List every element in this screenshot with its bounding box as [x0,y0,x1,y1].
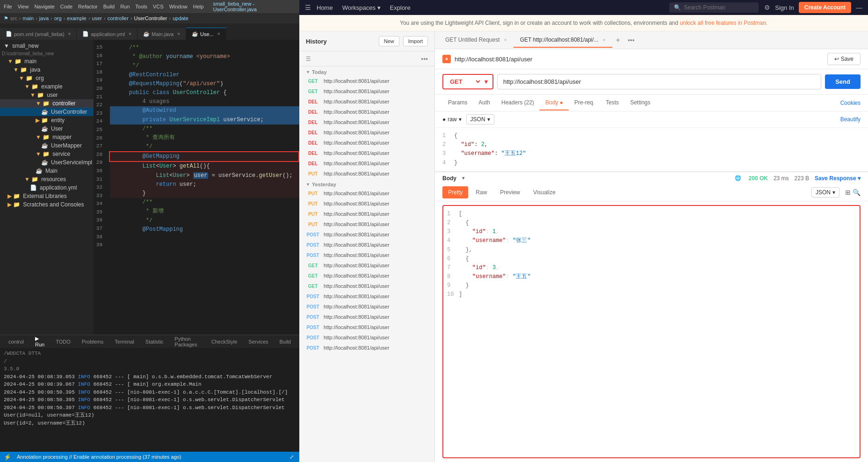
tab-services[interactable]: Services [244,337,273,346]
tab-todo[interactable]: TODO [51,337,75,346]
resp-tab-pretty[interactable]: Pretty [442,186,468,198]
tab-terminal[interactable]: Terminal [110,337,139,346]
tab-prereq[interactable]: Pre-req. [569,95,600,110]
menu-code[interactable]: Code [60,4,72,9]
history-item[interactable]: GET http://localhost:8081/api/user [299,271,434,281]
minimize-icon[interactable]: — [856,4,862,11]
resp-format-select[interactable]: JSON ▾ [811,187,839,198]
tree-controller-folder[interactable]: ▼ 📁 controller [0,99,94,108]
tab-untitled-request[interactable]: GET Untitled Request × [439,33,514,48]
history-item[interactable]: POST http://localhost:8081/api/user [299,301,434,312]
import-button[interactable]: Import [403,36,428,46]
menu-tools[interactable]: Tools [135,4,147,9]
body-format-select[interactable]: JSON ▾ [466,114,494,125]
menu-view[interactable]: View [18,4,29,9]
signin-button[interactable]: Sign In [775,4,794,11]
code-editor[interactable]: 15 16 17 18 19 20 21 22 23 24 25 26 27 2… [94,40,299,335]
postman-search[interactable]: 🔍 [669,2,759,13]
history-item[interactable]: GET http://localhost:8081/api/user [299,86,434,96]
tab-statistic[interactable]: Statistic [141,337,168,346]
tab-body[interactable]: Body ● [540,95,569,110]
history-item[interactable]: POST http://localhost:8081/api/user [299,322,434,332]
tree-usercontroller-file[interactable]: ☕ UserController [0,108,94,116]
tab-run[interactable]: ▶ Run [30,334,49,350]
history-item[interactable]: DEL http://localhost:8081/api/user [299,148,434,158]
menu-file[interactable]: File [4,4,12,9]
filetab-pom[interactable]: 📄 pom.xml (small_tieba) × [0,28,77,40]
history-item[interactable]: DEL http://localhost:8081/api/user [299,138,434,148]
history-item[interactable]: PUT http://localhost:8081/api/user [299,209,434,219]
history-item[interactable]: GET http://localhost:8081/api/user [299,260,434,271]
tab-tests[interactable]: Tests [600,95,624,110]
history-item[interactable]: DEL http://localhost:8081/api/user [299,96,434,107]
url-input[interactable] [497,74,821,89]
tree-userserviceimpl-file[interactable]: ☕ UserServiceImpl [0,158,94,167]
history-item[interactable]: DEL http://localhost:8081/api/user [299,117,434,127]
menu-help[interactable]: Help [193,4,204,9]
response-dropdown-icon[interactable]: ▾ [462,175,465,181]
nav-workspaces[interactable]: Workspaces ▾ [342,4,381,11]
menu-window[interactable]: Window [169,4,188,9]
method-select[interactable]: GET POST PUT DELETE ▾ [442,74,493,89]
history-item[interactable]: POST http://localhost:8081/api/user [299,291,434,301]
history-item[interactable]: POST http://localhost:8081/api/user [299,343,434,353]
tree-ext-libs[interactable]: ▶ 📁 External Libraries [0,192,94,200]
menu-refactor[interactable]: Refactor [78,4,98,9]
body-type-raw[interactable]: ● raw ▾ [442,116,462,123]
history-item[interactable]: PUT http://localhost:8081/api/user [299,169,434,179]
tree-example[interactable]: ▼ 📁 example [0,82,94,91]
history-item[interactable]: POST http://localhost:8081/api/user [299,240,434,250]
tree-main-file[interactable]: ☕ Main [0,167,94,175]
tree-usermapper-file[interactable]: ☕ UserMapper [0,141,94,150]
tree-user-file[interactable]: ☕ User [0,125,94,133]
settings-icon[interactable]: ⚙ [764,4,770,11]
search-input[interactable] [684,4,754,11]
resp-icon-search[interactable]: 🔍 [853,189,861,196]
more-options-icon[interactable]: ••• [421,55,428,63]
new-button[interactable]: New [379,36,399,46]
history-item[interactable]: PUT http://localhost:8081/api/user [299,198,434,209]
status-expand[interactable]: ⤢ [288,454,296,460]
section-yesterday[interactable]: ▼ Yesterday [299,179,434,188]
tab-problems[interactable]: Problems [77,337,108,346]
tree-user-folder[interactable]: ▼ 📁 user [0,91,94,99]
history-item[interactable]: POST http://localhost:8081/api/user [299,250,434,260]
tab-add-button[interactable]: + [612,34,624,46]
filetab-yml[interactable]: 📄 application.yml × [77,28,137,40]
history-item[interactable]: PUT http://localhost:8081/api/user [299,219,434,229]
history-item[interactable]: POST http://localhost:8081/api/user [299,332,434,343]
menu-vcs[interactable]: VCS [153,4,164,9]
close-icon[interactable]: × [217,31,220,37]
tree-org[interactable]: ▼ 📁 org [0,74,94,82]
tree-service-folder[interactable]: ▼ 📁 service [0,150,94,158]
menu-run[interactable]: Run [120,4,130,9]
menu-build[interactable]: Build [103,4,115,9]
resp-tab-preview[interactable]: Preview [494,186,526,198]
history-item[interactable]: PUT http://localhost:8081/api/user [299,188,434,198]
save-button[interactable]: ↩ Save [827,53,861,65]
tab-settings[interactable]: Settings [624,95,656,110]
create-account-button[interactable]: Create Account [799,2,851,13]
save-response-button[interactable]: Save Response ▾ [815,175,861,182]
filetab-main[interactable]: ☕ Main.java × [137,28,186,40]
tab-checkstyle[interactable]: CheckStyle [207,337,242,346]
banner-link[interactable]: unlock all free features in Postman. [680,20,767,26]
cookies-button[interactable]: Cookies [840,100,861,106]
tab-params[interactable]: Params [442,95,473,110]
history-item[interactable]: DEL http://localhost:8081/api/user [299,158,434,169]
history-item[interactable]: GET http://localhost:8081/api/user [299,76,434,86]
tab-more-button[interactable]: ••• [624,35,638,46]
ide-menu[interactable]: File View Navigate Code Refactor Build R… [4,4,203,9]
tree-scratches[interactable]: ▶ 📁 Scratches and Consoles [0,200,94,209]
method-dropdown[interactable]: GET POST PUT DELETE [448,78,482,86]
tab-close-icon[interactable]: × [603,37,606,43]
resp-tab-visualize[interactable]: Visualize [528,186,561,198]
tree-app-yml[interactable]: 📄 application.yml [0,183,94,192]
history-item[interactable]: POST http://localhost:8081/api/user [299,229,434,240]
resp-tab-raw[interactable]: Raw [470,186,492,198]
statusbar-icon[interactable]: ⚡ [4,454,11,461]
beautify-button[interactable]: Beautify [840,116,861,123]
request-body-editor[interactable]: 1 2 3 4 { "id": 2, "username": "王五12" } [435,128,868,172]
tree-java[interactable]: ▼ 📁 java [0,66,94,74]
tab-headers[interactable]: Headers (22) [496,95,540,110]
